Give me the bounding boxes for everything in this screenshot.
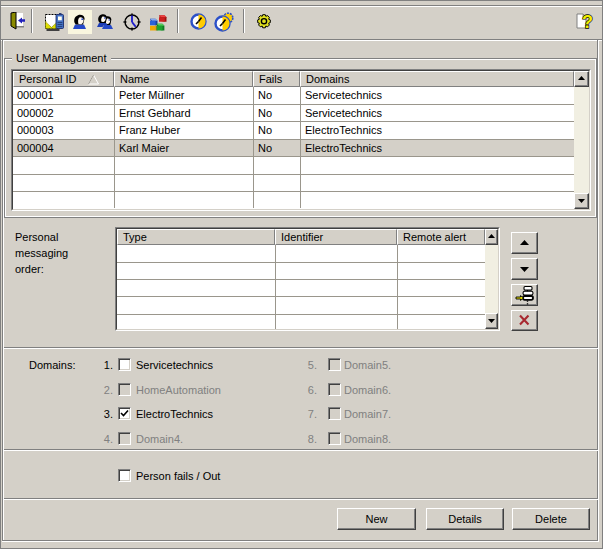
svg-text:?: ? xyxy=(582,12,593,31)
